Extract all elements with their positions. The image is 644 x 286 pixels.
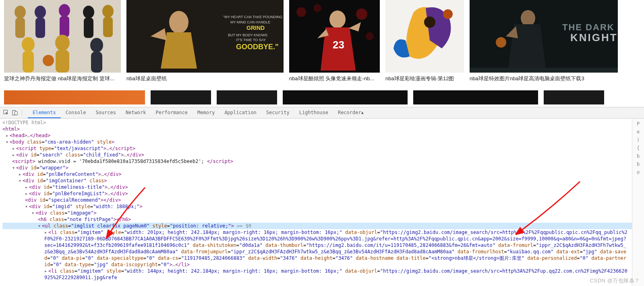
svg-rect-2 xyxy=(15,18,25,38)
result-thumbnail[interactable] xyxy=(217,90,277,104)
svg-text:MY MIND CAN HANDLE: MY MIND CAN HANDLE xyxy=(230,20,270,24)
dom-node[interactable]: ▸<head>…</head> xyxy=(2,132,632,139)
result-thumbnail[interactable] xyxy=(283,90,408,104)
dom-node[interactable]: ▸<li class="imgitem" style="width: 144px… xyxy=(2,268,632,281)
side-letter: ) xyxy=(637,137,640,143)
dom-node[interactable]: ▾<div id="wrapper"> xyxy=(2,165,632,171)
svg-rect-4 xyxy=(35,18,45,38)
result-card[interactable] xyxy=(413,90,538,104)
devtools-body: <!DOCTYPE html> <html> ▸<head>…</head> ▾… xyxy=(0,119,644,286)
svg-point-28 xyxy=(313,4,321,12)
thumb-art-icon: "MY HEART CAN TAKE POUNDING MY MIND CAN … xyxy=(126,0,284,73)
result-thumbnail[interactable] xyxy=(151,90,211,104)
toolbar-divider xyxy=(22,110,22,116)
result-thumbnail[interactable] xyxy=(4,0,121,73)
result-card[interactable]: "MY HEART CAN TAKE POUNDING MY MIND CAN … xyxy=(126,0,284,82)
result-caption: nba球星桌面壁纸 xyxy=(126,75,284,82)
dom-node[interactable]: ▸<div id="pnlBeforeImgList">…</div> xyxy=(2,190,632,197)
dom-node[interactable]: ▾<body class="cms-area-hidden" style> xyxy=(2,139,632,145)
thumb-art-icon: 23 xyxy=(289,0,380,73)
svg-rect-12 xyxy=(23,51,34,73)
dom-node[interactable]: <!DOCTYPE html> xyxy=(2,119,632,126)
devtools-toolbar: Elements Console Sources Network Perform… xyxy=(0,107,644,119)
result-card[interactable]: THE DARK KNIGHT nba球星特效图片nba球星高清电脑桌面壁纸下载… xyxy=(470,0,618,82)
side-letter: b xyxy=(637,161,640,167)
svg-point-9 xyxy=(102,5,114,18)
svg-text:IT'S TIME TO SAY: IT'S TIME TO SAY xyxy=(236,38,266,42)
svg-text:GOODBYE.": GOODBYE." xyxy=(236,43,279,51)
tab-console[interactable]: Console xyxy=(61,107,91,118)
tab-memory[interactable]: Memory xyxy=(193,107,219,118)
side-letter: b xyxy=(637,153,640,159)
dom-node[interactable]: ▸<div id="pnlBeforeContent">…</div> xyxy=(2,171,632,177)
svg-text:KNIGHT: KNIGHT xyxy=(570,31,618,44)
tab-lighthouse[interactable]: Lighthouse xyxy=(294,107,333,118)
svg-point-3 xyxy=(35,6,46,19)
tab-network[interactable]: Network xyxy=(121,107,151,118)
tab-recorder[interactable]: Recorder ▲ xyxy=(333,107,369,118)
side-letter: e xyxy=(637,129,640,135)
device-toggle-icon[interactable] xyxy=(11,109,19,117)
svg-rect-44 xyxy=(14,112,17,115)
result-card[interactable]: nba球星彩绘漫画专辑-第12图 xyxy=(385,0,464,82)
dom-node[interactable]: ▸<li class="imgitem" style="width: 201px… xyxy=(2,229,632,268)
result-card[interactable]: 篮球之神乔丹海报定做 nba球星海报定制 篮球... xyxy=(4,0,121,82)
svg-text:"MY HEART CAN TAKE POUNDING: "MY HEART CAN TAKE POUNDING xyxy=(223,15,282,19)
dom-node[interactable]: <div id="specialRecommend"></div> xyxy=(2,197,632,203)
result-thumbnail[interactable]: "MY HEART CAN TAKE POUNDING MY MIND CAN … xyxy=(126,0,284,73)
dom-tree[interactable]: <!DOCTYPE html> <html> ▸<head>…</head> ▾… xyxy=(0,119,632,286)
svg-text:23: 23 xyxy=(333,39,344,51)
dom-node[interactable]: <script> window.vsid = '70ebda1f580e810a… xyxy=(2,158,632,165)
svg-text:BUT MY BODY KNOWS: BUT MY BODY KNOWS xyxy=(228,33,267,37)
svg-point-27 xyxy=(296,7,306,17)
svg-point-40 xyxy=(496,37,506,48)
thumb-art-icon xyxy=(4,0,121,73)
svg-point-29 xyxy=(356,8,367,20)
tab-application[interactable]: Application xyxy=(219,107,261,118)
dom-node[interactable]: ▸<div id="timeliness-title">…</div> xyxy=(2,184,632,190)
tab-performance[interactable]: Performance xyxy=(151,107,193,118)
dom-node[interactable]: ▾<div id="imgContainer" class> xyxy=(2,177,632,184)
preview-icon: ▲ xyxy=(361,110,364,115)
dom-node[interactable]: <html> xyxy=(2,126,632,132)
result-thumbnail[interactable] xyxy=(544,90,604,104)
svg-text:GRIND: GRIND xyxy=(246,25,265,31)
side-letter: o xyxy=(637,169,640,175)
result-thumbnail[interactable]: THE DARK KNIGHT xyxy=(470,0,618,73)
result-card[interactable] xyxy=(217,90,277,104)
dom-node-selected[interactable]: ▾<ul class="imglist clearfix pageNum0" s… xyxy=(2,223,632,229)
result-caption: nba球星酷炫照 头像党速来领走-nb... xyxy=(289,75,380,82)
result-thumbnail[interactable] xyxy=(4,90,145,104)
result-thumbnail[interactable] xyxy=(385,0,464,73)
result-card[interactable]: 23 nba球星酷炫照 头像党速来领走-nb... xyxy=(289,0,380,82)
svg-point-30 xyxy=(366,32,374,40)
result-card[interactable] xyxy=(544,90,604,104)
svg-point-7 xyxy=(83,6,94,19)
result-caption: 篮球之神乔丹海报定做 nba球星海报定制 篮球... xyxy=(4,75,121,82)
svg-point-17 xyxy=(43,55,54,66)
side-letter: { xyxy=(637,145,640,151)
svg-point-34 xyxy=(424,17,435,28)
dom-node[interactable]: ▾<div class="imgpage"> xyxy=(2,210,632,216)
dom-node[interactable]: ▸<div id="search" class="child_fixed">…<… xyxy=(2,152,632,158)
tab-elements[interactable]: Elements xyxy=(28,107,61,118)
tab-sources[interactable]: Sources xyxy=(91,107,121,118)
devtools-panel: Elements Console Sources Network Perform… xyxy=(0,107,644,286)
svg-text:THE DARK: THE DARK xyxy=(562,22,615,32)
svg-point-15 xyxy=(90,38,103,52)
result-card[interactable] xyxy=(151,90,211,104)
result-card[interactable] xyxy=(283,90,408,104)
tab-security[interactable]: Security xyxy=(261,107,294,118)
result-thumbnail[interactable]: 23 xyxy=(289,0,380,73)
svg-rect-14 xyxy=(56,50,69,73)
dom-node[interactable]: ▸<script type="text/javascript">…</scrip… xyxy=(2,145,632,152)
dom-node[interactable]: ▾<div id="imgid" style="width: 1888px;"> xyxy=(2,203,632,210)
svg-point-31 xyxy=(329,10,346,28)
dom-node[interactable]: <h6 class="note firstPage"></h6> xyxy=(2,216,632,223)
svg-point-13 xyxy=(55,35,70,51)
inspect-icon[interactable] xyxy=(2,109,10,117)
devtools-tabs: Elements Console Sources Network Perform… xyxy=(28,107,369,118)
result-card[interactable] xyxy=(4,90,145,104)
result-thumbnail[interactable] xyxy=(413,90,538,104)
thumb-art-icon: THE DARK KNIGHT xyxy=(470,0,618,73)
